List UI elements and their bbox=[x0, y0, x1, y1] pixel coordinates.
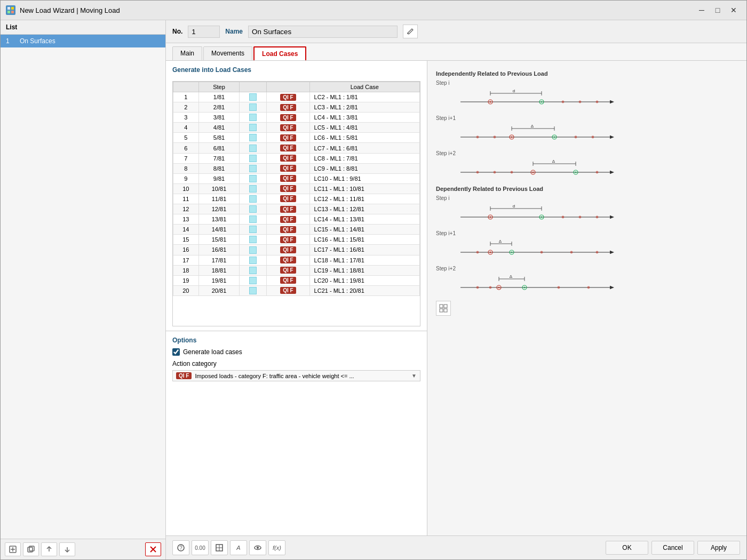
step-i1-dep-label: Step i+1 bbox=[436, 230, 738, 236]
svg-text:Δ: Δ bbox=[531, 124, 534, 129]
step-i2-dep-label: Step i+2 bbox=[436, 266, 738, 271]
cell-rownum: 8 bbox=[173, 163, 199, 173]
generate-checkbox[interactable] bbox=[172, 348, 180, 356]
title-bar-left: New Load Wizard | Moving Load bbox=[6, 5, 120, 15]
svg-point-38 bbox=[553, 136, 555, 138]
cell-qi-badge: QI F bbox=[267, 163, 309, 173]
cell-qi-badge: QI F bbox=[267, 92, 309, 102]
view-button[interactable] bbox=[211, 540, 228, 555]
value-display-button[interactable]: 0.00 bbox=[192, 540, 209, 555]
duplicate-item-button[interactable] bbox=[23, 542, 39, 556]
list-item[interactable]: 1 On Surfaces bbox=[1, 35, 165, 47]
no-input[interactable] bbox=[188, 26, 220, 38]
cell-lc: LC4 - ML1 : 3/81 bbox=[309, 113, 419, 123]
cancel-button[interactable]: Cancel bbox=[651, 541, 694, 555]
diagram-settings-button[interactable] bbox=[436, 301, 451, 316]
col-header-step: Step bbox=[198, 82, 240, 92]
step-i-dep-diagram: d bbox=[436, 202, 738, 225]
cell-rownum: 3 bbox=[173, 113, 199, 123]
header-row: No. Name bbox=[166, 20, 746, 43]
move-up-button[interactable] bbox=[41, 542, 57, 556]
cell-lc: LC21 - ML1 : 20/81 bbox=[309, 285, 419, 295]
dropdown-arrow-icon: ▼ bbox=[411, 373, 417, 379]
table-row: 1 1/81 QI F LC2 - ML1 : 1/81 bbox=[173, 92, 420, 102]
table-row: 10 10/81 QI F LC11 - ML1 : 10/81 bbox=[173, 183, 420, 194]
cell-rownum: 10 bbox=[173, 183, 199, 194]
action-cat-label: Action category bbox=[172, 360, 420, 367]
minimize-button[interactable]: ─ bbox=[694, 4, 709, 17]
svg-text:Δ: Δ bbox=[510, 274, 513, 279]
table-row: 12 12/81 QI F LC13 - ML1 : 12/81 bbox=[173, 204, 420, 214]
delete-item-button[interactable] bbox=[145, 542, 161, 556]
table-scroll[interactable]: Step Load Case 1 1/81 QI F LC2 - ML1 bbox=[173, 82, 420, 326]
cell-rownum: 20 bbox=[173, 285, 199, 295]
table-row: 13 13/81 QI F LC14 - ML1 : 13/81 bbox=[173, 214, 420, 225]
svg-text:Δ: Δ bbox=[552, 159, 555, 164]
load-cases-table: Step Load Case 1 1/81 QI F LC2 - ML1 bbox=[173, 82, 420, 296]
edit-name-button[interactable] bbox=[403, 25, 418, 38]
apply-button[interactable]: Apply bbox=[697, 541, 740, 555]
cell-lc: LC10 - ML1 : 9/81 bbox=[309, 173, 419, 183]
help-button[interactable]: ? bbox=[172, 540, 189, 555]
svg-point-78 bbox=[511, 251, 512, 253]
action-cat-dropdown[interactable]: QI F Imposed loads - category F: traffic… bbox=[172, 370, 420, 381]
cell-qi-badge: QI F bbox=[267, 133, 309, 143]
svg-point-23 bbox=[541, 101, 542, 102]
table-row: 7 7/81 QI F LC8 - ML1 : 7/81 bbox=[173, 153, 420, 163]
tab-main[interactable]: Main bbox=[172, 46, 202, 60]
independently-title: Independently Related to Previous Load bbox=[436, 70, 738, 77]
list-content: 1 On Surfaces bbox=[1, 35, 165, 539]
cell-qi-badge: QI F bbox=[267, 204, 309, 214]
add-item-button[interactable] bbox=[5, 542, 21, 556]
text-button[interactable]: A bbox=[230, 540, 247, 555]
svg-point-91 bbox=[498, 286, 499, 288]
svg-point-51 bbox=[532, 171, 534, 173]
svg-point-33 bbox=[476, 136, 479, 139]
svg-marker-69 bbox=[610, 251, 614, 254]
cell-qi-badge: QI F bbox=[267, 102, 309, 113]
cell-lc: LC18 - ML1 : 17/81 bbox=[309, 255, 419, 265]
close-button[interactable]: ✕ bbox=[726, 4, 741, 17]
left-form: Generate into Load Cases Step bbox=[166, 61, 427, 535]
window-title: New Load Wizard | Moving Load bbox=[20, 6, 120, 14]
cell-rownum: 15 bbox=[173, 235, 199, 245]
cell-step: 20/81 bbox=[198, 285, 240, 295]
qi-badge: QI F bbox=[280, 175, 296, 182]
cell-qi-badge: QI F bbox=[267, 285, 309, 295]
move-down-button[interactable] bbox=[59, 542, 75, 556]
svg-point-94 bbox=[558, 286, 560, 289]
ok-button[interactable]: OK bbox=[606, 541, 648, 555]
maximize-button[interactable]: □ bbox=[710, 4, 725, 17]
table-row: 16 16/81 QI F LC17 - ML1 : 16/81 bbox=[173, 245, 420, 255]
list-item-number: 1 bbox=[6, 37, 17, 45]
cell-icon1 bbox=[240, 285, 267, 295]
tab-load-cases[interactable]: Load Cases bbox=[253, 46, 306, 60]
svg-point-88 bbox=[476, 286, 479, 289]
svg-point-48 bbox=[494, 171, 496, 174]
eye-button[interactable] bbox=[249, 540, 266, 555]
table-row: 20 20/81 QI F LC21 - ML1 : 20/81 bbox=[173, 285, 420, 295]
generate-checkbox-row: Generate load cases bbox=[172, 348, 420, 356]
table-row: 14 14/81 QI F LC15 - ML1 : 14/81 bbox=[173, 225, 420, 235]
qi-badge: QI F bbox=[280, 246, 296, 253]
step-i2-indep-diagram: Δ bbox=[436, 157, 738, 180]
svg-point-80 bbox=[570, 251, 573, 254]
svg-marker-15 bbox=[610, 100, 614, 103]
tab-movements[interactable]: Movements bbox=[203, 46, 252, 60]
cell-lc: LC16 - ML1 : 15/81 bbox=[309, 235, 419, 245]
cell-step: 19/81 bbox=[198, 275, 240, 285]
app-icon bbox=[6, 5, 15, 15]
qi-badge: QI F bbox=[280, 206, 296, 213]
name-input[interactable] bbox=[248, 26, 398, 38]
table-row: 3 3/81 QI F LC4 - ML1 : 3/81 bbox=[173, 113, 420, 123]
title-bar-controls: ─ □ ✕ bbox=[694, 4, 741, 17]
cell-step: 3/81 bbox=[198, 113, 240, 123]
cell-lc: LC5 - ML1 : 4/81 bbox=[309, 123, 419, 133]
formula-button[interactable]: f(x) bbox=[268, 540, 285, 555]
qi-badge: QI F bbox=[280, 257, 296, 263]
cell-step: 1/81 bbox=[198, 92, 240, 102]
table-row: 19 19/81 QI F LC20 - ML1 : 19/81 bbox=[173, 275, 420, 285]
formula-icon: f(x) bbox=[273, 545, 281, 551]
bottom-bar: ? 0.00 A f(x) bbox=[166, 535, 746, 559]
svg-point-40 bbox=[592, 136, 594, 139]
